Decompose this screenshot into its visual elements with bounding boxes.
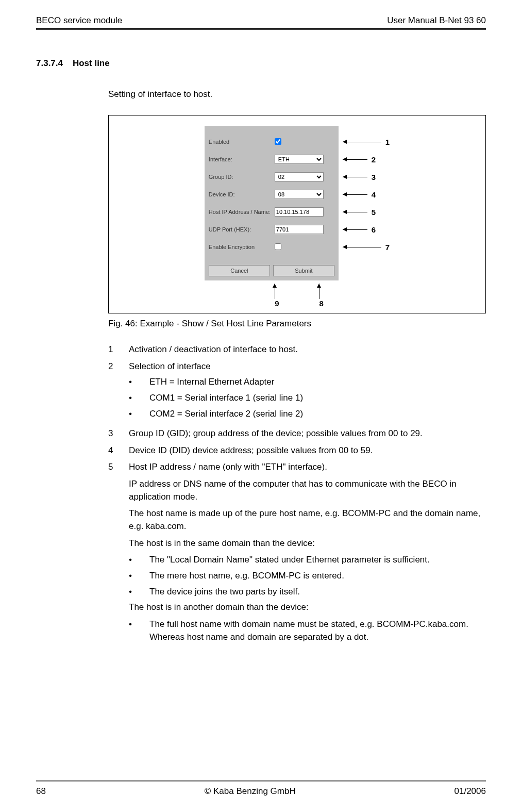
arrow-icon <box>343 212 367 212</box>
page-number: 68 <box>36 786 46 797</box>
footer-rule <box>36 781 486 782</box>
arrow-icon <box>343 194 367 195</box>
header-right: User Manual B-Net 93 60 <box>387 15 486 26</box>
arrow-icon <box>343 177 367 177</box>
hostip-label: Host IP Address / Name: <box>209 209 275 215</box>
annot-6: 6 <box>372 225 376 234</box>
annot-7: 7 <box>385 243 390 252</box>
para: The host is in another domain than the d… <box>129 601 486 614</box>
bullet-icon: • <box>129 586 149 599</box>
device-label: Device ID: <box>209 191 275 197</box>
annot-8: 8 <box>319 299 324 308</box>
group-select[interactable]: 02 <box>275 172 324 181</box>
figure-box: Enabled Interface: ETH Group ID: 02 Devi… <box>108 115 486 313</box>
dialog-panel: Enabled Interface: ETH Group ID: 02 Devi… <box>205 126 339 280</box>
header-rule <box>36 28 486 30</box>
para: The host is in the same domain than the … <box>129 537 486 550</box>
hostip-input[interactable] <box>275 207 324 217</box>
bullet-icon: • <box>129 392 149 405</box>
enabled-checkbox[interactable] <box>275 138 281 145</box>
annot-3: 3 <box>372 173 376 181</box>
group-label: Group ID: <box>209 174 275 180</box>
annot-4: 4 <box>372 190 376 199</box>
list-item: 2 Selection of interface •ETH = Internal… <box>108 360 486 424</box>
encrypt-label: Enable Encryption <box>209 244 275 250</box>
bullet-text: The mere host name, e.g. BCOMM-PC is ent… <box>149 570 344 583</box>
arrow-icon <box>343 142 381 142</box>
item-body: Device ID (DID) device address; possible… <box>129 444 486 457</box>
interface-select[interactable]: ETH <box>275 155 324 164</box>
interface-label: Interface: <box>209 156 275 162</box>
section-number: 7.3.7.4 <box>36 58 63 68</box>
udp-input[interactable] <box>275 225 324 234</box>
submit-button[interactable]: Submit <box>273 265 334 276</box>
list-item: 1 Activation / deactivation of interface… <box>108 343 486 356</box>
device-select[interactable]: 08 <box>275 190 324 199</box>
bullet-text: COM2 = Serial interface 2 (serial line 2… <box>149 408 303 421</box>
item-text: Selection of interface <box>129 361 211 371</box>
list-item: 4 Device ID (DID) device address; possib… <box>108 444 486 457</box>
bullet-text: COM1 = Serial interface 1 (serial line 1… <box>149 392 303 405</box>
header-left: BECO service module <box>36 15 122 26</box>
list-item: 5 Host IP address / name (only with "ETH… <box>108 461 486 647</box>
bullet-icon: • <box>129 618 149 643</box>
arrow-up-icon <box>275 284 275 299</box>
annot-5: 5 <box>372 208 376 217</box>
bullet-icon: • <box>129 376 149 389</box>
item-num: 1 <box>108 343 129 356</box>
item-text: Host IP address / name (only with "ETH" … <box>129 461 486 474</box>
item-num: 3 <box>108 427 129 440</box>
section-heading: 7.3.7.4 Host line <box>36 58 486 69</box>
item-num: 4 <box>108 444 129 457</box>
udp-label: UDP Port (HEX): <box>209 226 275 233</box>
bullet-text: The full host name with domain name must… <box>149 618 486 643</box>
enabled-label: Enabled <box>209 139 275 145</box>
item-num: 2 <box>108 360 129 424</box>
section-title: Host line <box>73 58 110 68</box>
annot-9: 9 <box>275 299 279 308</box>
bullet-icon: • <box>129 570 149 583</box>
figure-caption: Fig. 46: Example - Show / Set Host Line … <box>108 319 486 329</box>
annot-1: 1 <box>385 138 390 146</box>
annotations-right: 1 2 3 4 5 6 7 <box>343 126 390 256</box>
bullet-text: The "Local Domain Name" stated under Eth… <box>149 554 430 567</box>
encrypt-checkbox[interactable] <box>275 243 281 250</box>
footer-date: 01/2006 <box>454 786 486 797</box>
para: IP address or DNS name of the computer t… <box>129 478 486 503</box>
arrow-icon <box>343 247 381 247</box>
list-item: 3 Group ID (GID); group address of the d… <box>108 427 486 440</box>
bullet-icon: • <box>129 408 149 421</box>
annot-2: 2 <box>372 155 376 164</box>
arrow-icon <box>343 229 367 230</box>
item-list: 1 Activation / deactivation of interface… <box>108 343 486 647</box>
intro-text: Setting of interface to host. <box>108 89 486 100</box>
para: The host name is made up of the pure hos… <box>129 507 486 533</box>
arrow-icon <box>343 159 367 160</box>
bullet-text: The device joins the two parts by itself… <box>149 586 300 599</box>
item-body: Activation / deactivation of interface t… <box>129 343 486 356</box>
footer: 68 © Kaba Benzing GmbH 01/2006 <box>36 781 486 797</box>
arrow-up-icon <box>319 284 319 299</box>
bullet-icon: • <box>129 554 149 567</box>
cancel-button[interactable]: Cancel <box>209 265 270 276</box>
bullet-text: ETH = Internal Ethernet Adapter <box>149 376 274 389</box>
item-body: Group ID (GID); group address of the dev… <box>129 427 486 440</box>
item-num: 5 <box>108 461 129 647</box>
footer-center: © Kaba Benzing GmbH <box>205 786 296 797</box>
